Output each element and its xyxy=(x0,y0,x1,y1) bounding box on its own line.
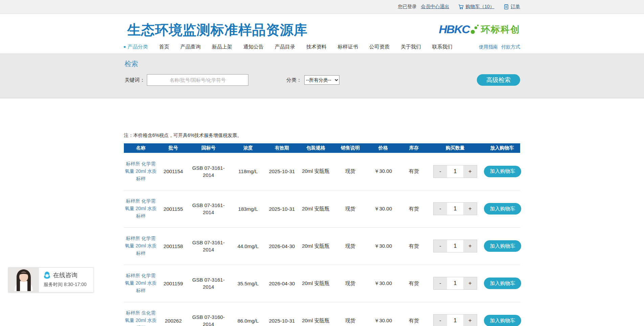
nav-item-notices[interactable]: 通知公告 xyxy=(243,44,264,50)
quantity-minus-button[interactable]: - xyxy=(434,240,447,252)
nav-item-company-qualifications[interactable]: 公司资质 xyxy=(369,44,390,50)
package-spec: 20ml 安瓿瓶 xyxy=(296,153,336,190)
quantity-value[interactable]: 1 xyxy=(447,165,463,178)
gsb-number: GSB 07-3161-2014 xyxy=(189,153,228,190)
add-to-cart-button[interactable]: 加入购物车 xyxy=(484,240,521,252)
topbar: 您已登录 会员中心退出 购物车（10） 订单 xyxy=(0,0,644,14)
search-form: 关键词： 分类： --所有分类-- 高级检索 xyxy=(125,74,520,86)
package-spec: 20ml 安瓿瓶 xyxy=(296,190,336,227)
chat-title[interactable]: 在线咨询 xyxy=(53,271,77,279)
stock-status: 有货 xyxy=(401,190,426,227)
product-name-link[interactable]: 标样所 化学需氧量 20ml 水质标样 xyxy=(125,235,157,257)
quantity-value[interactable]: 1 xyxy=(447,203,463,215)
quantity-value[interactable]: 1 xyxy=(447,277,463,289)
chat-widget[interactable]: 在线咨询 服务时间 8:30-17:00 xyxy=(8,267,94,292)
col-header-concentration: 浓度 xyxy=(228,143,268,153)
col-header-package: 包装规格 xyxy=(296,143,336,153)
member-center-logout-link[interactable]: 会员中心退出 xyxy=(421,4,449,10)
orders-link-group[interactable]: 订单 xyxy=(503,4,520,10)
product-name-link[interactable]: 标样所 生化需氧量 20ml 水质标样 xyxy=(125,309,157,326)
sale-status: 现货 xyxy=(336,265,365,302)
quantity-plus-button[interactable]: + xyxy=(463,277,477,289)
quantity-minus-button[interactable]: - xyxy=(434,314,447,326)
nav-list: 产品分类 首页 产品查询 新品上架 通知公告 产品目录 技术资料 标样证书 公司… xyxy=(124,44,452,50)
package-spec: 20ml 安瓿瓶 xyxy=(296,265,336,302)
quantity-minus-button[interactable]: - xyxy=(434,203,447,215)
package-spec: 20ml 安瓿瓶 xyxy=(296,227,336,265)
site-header: 生态环境监测标准样品资源库 HBKC 环标科创 产品分类 首页 产品查询 新品上… xyxy=(0,14,644,54)
col-header-sale: 销售说明 xyxy=(336,143,365,153)
add-to-cart-button[interactable]: 加入购物车 xyxy=(484,203,521,215)
col-header-expiry: 有效期 xyxy=(268,143,296,153)
price-value: ￥30.00 xyxy=(365,302,401,326)
nav-item-certificates[interactable]: 标样证书 xyxy=(338,44,358,50)
expiry-date: 2026-04-30 xyxy=(268,227,296,265)
category-select[interactable]: --所有分类-- xyxy=(304,75,339,85)
concentration-value: 35.5mg/L xyxy=(228,265,268,302)
product-name-link[interactable]: 标样所 化学需氧量 20ml 水质标样 xyxy=(125,160,157,182)
advanced-search-button[interactable]: 高级检索 xyxy=(477,74,520,86)
nav-item-product-catalog[interactable]: 产品目录 xyxy=(275,44,295,50)
quantity-minus-button[interactable]: - xyxy=(434,277,447,289)
product-name-link[interactable]: 标样所 化学需氧量 20ml 水质标样 xyxy=(125,272,157,294)
product-row: 标样所 化学需氧量 20ml 水质标样 2001155 GSB 07-3161-… xyxy=(124,190,520,227)
quantity-plus-button[interactable]: + xyxy=(463,165,477,178)
login-status-text: 您已登录 xyxy=(398,4,417,10)
product-table-body: 标样所 化学需氧量 20ml 水质标样 2001154 GSB 07-3161-… xyxy=(124,153,520,326)
stock-status: 有货 xyxy=(401,265,426,302)
concentration-value: 118mg/L xyxy=(228,153,268,190)
login-status-group: 您已登录 会员中心退出 xyxy=(398,4,449,10)
quantity-stepper: - 1 + xyxy=(433,240,477,252)
col-header-price: 价格 xyxy=(365,143,401,153)
nav-item-contact-us[interactable]: 联系我们 xyxy=(432,44,452,50)
payment-methods-link[interactable]: 付款方式 xyxy=(501,44,520,50)
quantity-plus-button[interactable]: + xyxy=(463,240,477,252)
nav-item-product-search[interactable]: 产品查询 xyxy=(180,44,201,50)
category-label: 分类： xyxy=(286,77,302,83)
add-to-cart-button[interactable]: 加入购物车 xyxy=(484,278,521,289)
quantity-stepper: - 1 + xyxy=(433,314,477,326)
quantity-value[interactable]: 1 xyxy=(447,314,463,326)
quantity-plus-button[interactable]: + xyxy=(463,203,477,215)
price-value: ￥30.00 xyxy=(365,265,401,302)
quantity-minus-button[interactable]: - xyxy=(434,165,447,178)
stock-status: 有货 xyxy=(401,227,426,265)
keyword-label: 关键词： xyxy=(125,77,145,83)
quantity-plus-button[interactable]: + xyxy=(463,314,477,326)
sale-status: 现货 xyxy=(336,153,365,190)
chat-hours: 服务时间 8:30-17:00 xyxy=(44,282,93,288)
cart-icon xyxy=(458,4,464,10)
nav-item-about-us[interactable]: 关于我们 xyxy=(401,44,421,50)
product-row: 标样所 化学需氧量 20ml 水质标样 2001158 GSB 07-3161-… xyxy=(124,227,520,265)
nav-item-technical-docs[interactable]: 技术资料 xyxy=(306,44,327,50)
orders-link[interactable]: 订单 xyxy=(511,4,520,10)
add-to-cart-button[interactable]: 加入购物车 xyxy=(484,315,521,326)
col-header-gsb: 国标号 xyxy=(189,143,228,153)
price-value: ￥30.00 xyxy=(365,190,401,227)
keyword-input[interactable] xyxy=(147,74,248,86)
product-row: 标样所 化学需氧量 20ml 水质标样 2001159 GSB 07-3161-… xyxy=(124,265,520,302)
add-to-cart-button[interactable]: 加入购物车 xyxy=(484,166,521,177)
batch-number: 2001158 xyxy=(158,227,189,265)
price-value: ￥30.00 xyxy=(365,227,401,265)
product-table-header: 名称 批号 国标号 浓度 有效期 包装规格 销售说明 价格 库存 购买数量 放入… xyxy=(124,143,520,153)
batch-number: 2001155 xyxy=(158,190,189,227)
nav-item-home[interactable]: 首页 xyxy=(159,44,169,50)
chat-info: 在线咨询 服务时间 8:30-17:00 xyxy=(39,268,93,292)
expiry-date: 2025-10-31 xyxy=(268,153,296,190)
gsb-number: GSB 07-3160-2014 xyxy=(189,302,228,326)
product-row: 标样所 生化需氧量 20ml 水质标样 200262 GSB 07-3160-2… xyxy=(124,302,520,326)
concentration-value: 86.0mg/L xyxy=(228,302,268,326)
quantity-value[interactable]: 1 xyxy=(447,240,463,252)
gsb-number: GSB 07-3161-2014 xyxy=(189,265,228,302)
product-name-link[interactable]: 标样所 化学需氧量 20ml 水质标样 xyxy=(125,198,157,220)
cart-link-group[interactable]: 购物车（10） xyxy=(458,4,494,10)
orders-icon xyxy=(503,4,509,10)
user-guide-link[interactable]: 使用指南 xyxy=(479,44,498,50)
nav-item-new-arrivals[interactable]: 新品上架 xyxy=(212,44,232,50)
product-row: 标样所 化学需氧量 20ml 水质标样 2001154 GSB 07-3161-… xyxy=(124,153,520,190)
cart-link[interactable]: 购物车（10） xyxy=(465,4,494,10)
batch-number: 200262 xyxy=(158,302,189,326)
expiry-date: 2026-04-30 xyxy=(268,265,296,302)
nav-item-product-categories[interactable]: 产品分类 xyxy=(124,44,148,50)
